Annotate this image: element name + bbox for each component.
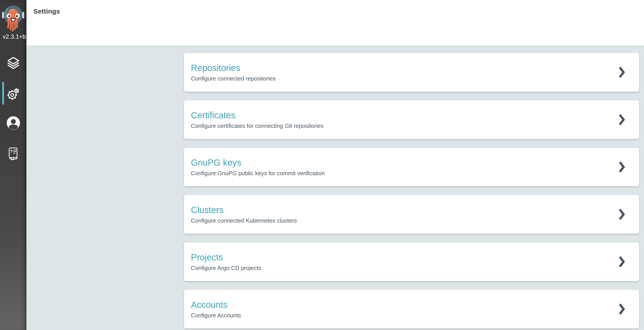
page-title: Settings	[33, 8, 60, 15]
chevron-right-icon[interactable]	[619, 303, 625, 315]
settings-card-description: Configure connected Kubernetes clusters	[191, 218, 619, 223]
settings-card-title[interactable]: Repositories	[191, 63, 619, 72]
settings-card-description: Configure Argo CD projects	[191, 265, 619, 271]
toolbar	[26, 23, 644, 45]
settings-overview: Repositories Configure connected reposit…	[26, 45, 644, 330]
chevron-right-icon[interactable]	[619, 209, 625, 220]
user-circle-icon	[6, 116, 20, 130]
settings-card[interactable]: Clusters Configure connected Kubernetes …	[184, 195, 639, 234]
settings-card-list: Repositories Configure connected reposit…	[184, 53, 639, 328]
settings-card-description: Configure certificates for connecting Gi…	[191, 123, 619, 129]
sidebar-item-applications[interactable]	[0, 56, 26, 70]
settings-card-text: Projects Configure Argo CD projects	[191, 253, 619, 271]
settings-card[interactable]: Accounts Configure Accounts	[184, 290, 639, 328]
argo-cd-logo	[2, 4, 24, 32]
sidebar: v2.3.1+b	[0, 0, 26, 330]
sidebar-item-user-info[interactable]	[0, 116, 26, 130]
layers-icon	[6, 56, 20, 70]
settings-card-text: Certificates Configure certificates for …	[191, 111, 619, 129]
page-header: Settings	[26, 0, 644, 23]
chevron-right-icon[interactable]	[619, 114, 625, 125]
settings-card-text: GnuPG keys Configure GnuPG public keys f…	[191, 158, 619, 176]
help-book-icon: ?	[7, 147, 20, 160]
settings-card-title[interactable]: Clusters	[191, 205, 619, 214]
settings-card[interactable]: GnuPG keys Configure GnuPG public keys f…	[184, 148, 639, 186]
sidebar-item-help[interactable]: ?	[0, 146, 26, 161]
settings-card[interactable]: Certificates Configure certificates for …	[184, 100, 639, 139]
settings-card-title[interactable]: GnuPG keys	[191, 158, 619, 167]
settings-card[interactable]: Repositories Configure connected reposit…	[184, 53, 639, 92]
settings-card-title[interactable]: Accounts	[191, 300, 619, 309]
settings-card-text: Repositories Configure connected reposit…	[191, 63, 619, 81]
settings-card-text: Clusters Configure connected Kubernetes …	[191, 205, 619, 223]
settings-card-text: Accounts Configure Accounts	[191, 300, 619, 318]
chevron-right-icon[interactable]	[619, 256, 625, 267]
chevron-right-icon[interactable]	[619, 161, 625, 173]
settings-card-description: Configure GnuPG public keys for commit v…	[191, 170, 619, 176]
settings-card-title[interactable]: Certificates	[191, 111, 619, 120]
settings-card[interactable]: Projects Configure Argo CD projects	[184, 242, 639, 281]
sidebar-item-settings[interactable]	[0, 87, 26, 101]
version-label: v2.3.1+b	[3, 33, 26, 40]
settings-card-description: Configure Accounts	[191, 312, 619, 318]
chevron-right-icon[interactable]	[619, 67, 625, 78]
settings-card-title[interactable]: Projects	[191, 253, 619, 262]
svg-text:?: ?	[10, 149, 12, 154]
settings-card-description: Configure connected repositories	[191, 76, 619, 81]
gear-icon	[6, 87, 20, 101]
